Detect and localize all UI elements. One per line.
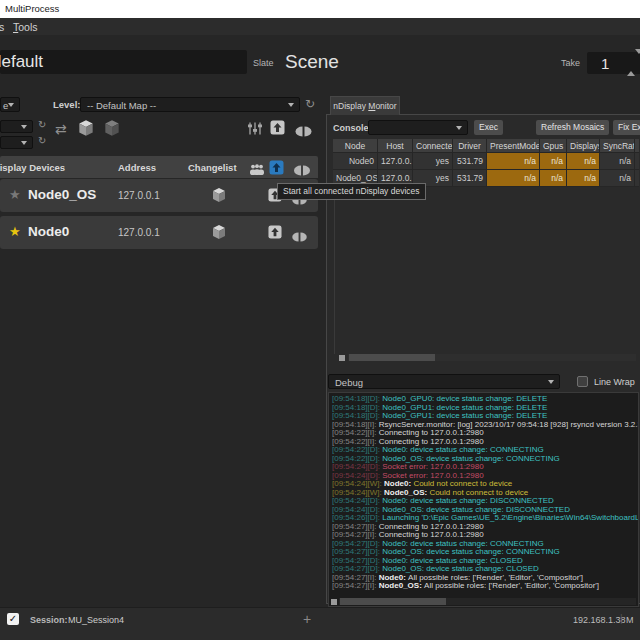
refresh-icon[interactable]: ↻ <box>38 135 46 146</box>
device-row[interactable]: ★Node0_OS127.0.0.1 <box>0 179 318 212</box>
table-cell: n/a <box>487 153 540 170</box>
table-cell: 531.79 <box>453 170 487 187</box>
log-output: [09:54:18][D]: Node0_GPU0: device status… <box>328 392 639 607</box>
level-value: -- Default Map -- <box>87 100 156 111</box>
table-cell <box>635 170 639 187</box>
session-checkbox[interactable]: ✓ <box>7 613 19 625</box>
menu-item-partial[interactable]: s <box>0 21 4 33</box>
log-level-dropdown[interactable]: Debug <box>328 374 560 389</box>
column-header <box>635 139 639 153</box>
column-header: Driver <box>453 139 487 153</box>
spin-up-icon[interactable] <box>627 54 635 76</box>
table-cell: yes <box>413 153 453 170</box>
level-dropdown[interactable]: -- Default Map -- <box>80 97 300 112</box>
chevron-down-icon <box>8 103 14 107</box>
ip-address: 192.168.1.38 <box>573 615 626 625</box>
people-group-icon[interactable] <box>249 162 265 178</box>
changelist-package-icon[interactable] <box>210 187 228 207</box>
package-sync-icon[interactable] <box>76 119 96 141</box>
package-sync-disabled-icon[interactable] <box>102 119 122 141</box>
table-cell <box>635 153 639 170</box>
console-dropdown[interactable] <box>368 120 468 135</box>
level-label: Level: <box>53 99 80 110</box>
column-header: Gpus <box>540 139 567 153</box>
menu-item-tools[interactable]: Tools <box>13 21 38 33</box>
switchboard-window: MultiProcess s Tools default Slate Scene… <box>0 0 640 640</box>
sync-swap-icon[interactable]: ⇄ <box>55 121 67 137</box>
start-all-icon[interactable] <box>270 120 285 139</box>
chevron-down-icon <box>21 125 27 129</box>
take-label: Take <box>561 58 580 68</box>
line-wrap-label: Line Wrap <box>594 377 635 387</box>
table-cell: Node0 <box>333 153 378 170</box>
status-bar: ✓ Session: MU_Session4 + 192.168.1.38 | … <box>0 607 640 640</box>
start-device-icon[interactable] <box>268 225 282 243</box>
console-label: Console: <box>333 123 372 133</box>
table-cell: n/a <box>540 170 567 187</box>
changelist-package-icon[interactable] <box>210 224 228 244</box>
fix-exeflags-button[interactable]: Fix ExeFlags <box>613 120 640 135</box>
mini-dropdown[interactable]: e <box>0 97 20 112</box>
add-session-icon[interactable]: + <box>303 611 311 627</box>
line-wrap-checkbox[interactable] <box>577 376 588 387</box>
settings-sliders-icon[interactable] <box>247 121 263 140</box>
favorite-star-icon[interactable]: ★ <box>9 224 21 239</box>
table-cell: 531.79 <box>453 153 487 170</box>
log-scrollbar-thumb[interactable] <box>340 598 446 605</box>
config-dropdown-1[interactable] <box>0 120 33 133</box>
spin-down-icon[interactable] <box>635 49 640 71</box>
column-header: Host <box>378 139 413 153</box>
slate-value: default <box>0 52 43 72</box>
tab-ndisplay-monitor[interactable]: nDisplay Monitor <box>330 96 400 115</box>
column-header: PresentMode <box>487 139 540 153</box>
table-left-border <box>334 187 335 354</box>
connect-device-icon[interactable] <box>292 228 307 246</box>
status-partial-text: M <box>626 615 634 625</box>
table-cell: n/a <box>567 170 600 187</box>
log-line: [09:54:27][I]: Node0_OS: All possible ro… <box>332 582 639 591</box>
column-header: Displays <box>567 139 600 153</box>
chevron-down-icon <box>548 380 554 384</box>
exec-button[interactable]: Exec <box>474 120 503 135</box>
refresh-levels-icon[interactable]: ↻ <box>305 97 315 111</box>
slate-input[interactable]: default <box>0 50 247 74</box>
table-cell: n/a <box>487 170 540 187</box>
table-cell: n/a <box>600 170 635 187</box>
window-title: MultiProcess <box>5 3 59 14</box>
connect-all-icon[interactable] <box>295 123 312 141</box>
session-label: Session: <box>30 615 68 625</box>
monitor-table: NodeHostConnectedDriverPresentModeGpusDi… <box>333 139 639 187</box>
chevron-down-icon <box>456 126 462 130</box>
scrollbar-corner[interactable] <box>339 355 345 361</box>
column-header: Connected <box>413 139 453 153</box>
changelist-column-header: Changelist <box>188 162 237 173</box>
log-lines: [09:54:18][D]: Node0_GPU0: device status… <box>332 395 639 591</box>
favorite-star-icon[interactable]: ★ <box>9 187 21 202</box>
chevron-down-icon <box>288 103 294 107</box>
table-cell: n/a <box>567 153 600 170</box>
slate-label: Slate <box>253 58 274 68</box>
status-divider: | <box>620 613 623 624</box>
devices-column-header: nDisplay Devices <box>0 162 65 173</box>
take-spinner[interactable]: 1 <box>587 52 640 74</box>
monitor-table-header: NodeHostConnectedDriverPresentModeGpusDi… <box>333 139 639 153</box>
connect-all-devices-icon[interactable] <box>294 162 310 178</box>
config-dropdown-2[interactable] <box>0 136 33 149</box>
scrollbar-thumb[interactable] <box>349 354 435 361</box>
chevron-down-icon <box>21 141 27 145</box>
refresh-mosaics-button[interactable]: Refresh Mosaics <box>536 120 609 135</box>
address-column-header: Address <box>118 162 156 173</box>
column-header: Node <box>333 139 378 153</box>
start-all-devices-icon[interactable] <box>269 160 284 178</box>
title-bar: MultiProcess <box>0 0 640 18</box>
monitor-table-row[interactable]: Node0127.0.0.1yes531.79n/an/an/an/a <box>333 153 639 170</box>
refresh-icon[interactable]: ↻ <box>38 119 46 130</box>
device-table-header: nDisplay Devices Address Changelist <box>0 156 318 178</box>
device-row[interactable]: ★Node0127.0.0.1 <box>0 216 318 249</box>
log-scrollbar-corner[interactable] <box>331 599 337 605</box>
take-spinner-arrows[interactable] <box>627 54 640 72</box>
device-name: Node0_OS <box>28 187 96 202</box>
device-address: 127.0.0.1 <box>118 227 160 238</box>
table-cell: 127.0.0.1 <box>378 153 413 170</box>
scene-value: Scene <box>285 51 339 73</box>
